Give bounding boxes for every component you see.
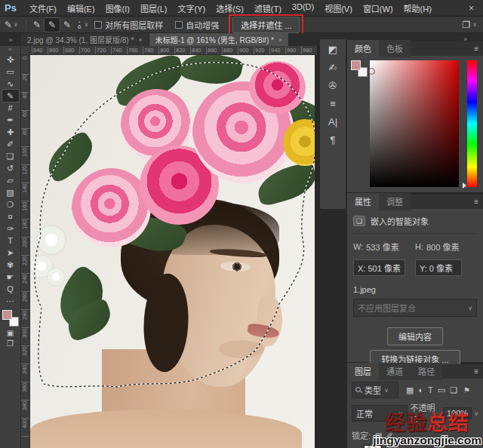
mini-color-swatches[interactable] — [351, 60, 368, 77]
x-position-field[interactable]: X: 501 像素 — [353, 259, 405, 276]
adjustments-panel-icon[interactable]: ≡ — [330, 98, 336, 109]
hue-slider[interactable] — [467, 60, 477, 187]
horizontal-ruler: 6406606807007207407607808008208408608809… — [21, 46, 317, 55]
photoshop-window: Ps 文件(F)编辑(E)图像(I)图层(L)文字(Y)选择(S)滤镜(T)3D… — [0, 0, 483, 448]
tool-preset-dropdown[interactable]: ✎ ∨ — [0, 20, 23, 29]
add-to-selection-button[interactable]: ✎ — [45, 18, 60, 32]
history-brush-tool-icon[interactable]: ↺ — [2, 162, 19, 174]
move-tool-icon[interactable]: ✜ — [2, 54, 19, 66]
tab-properties[interactable]: 属性 — [347, 193, 379, 210]
panel-menu-icon[interactable]: ≡ — [474, 367, 483, 376]
select-and-mask-button[interactable]: 选择并遮住 ... — [232, 17, 300, 33]
quick-selection-tool-icon[interactable]: ✎ — [2, 90, 19, 102]
workspace-icon: ❐ — [462, 20, 470, 29]
foreground-color-swatch[interactable] — [2, 310, 12, 320]
panel-icon-strip: ◩✍✇≡A|¶ — [320, 39, 346, 209]
color-picker-marker[interactable] — [368, 68, 375, 75]
chevron-down-icon: ∨ — [468, 305, 472, 311]
chevron-down-icon: ∨ — [14, 21, 18, 28]
options-bar: ✎ ∨ ✎ ✎ ✎ • 6 ∨ 对所有图层取样 自动增强 选择并遮住 ... ❐… — [0, 17, 483, 33]
clone-source-panel-icon[interactable]: ✇ — [329, 80, 337, 91]
menu-bar: Ps 文件(F)编辑(E)图像(I)图层(L)文字(Y)选择(S)滤镜(T)3D… — [0, 0, 483, 17]
eyedropper-tool-icon[interactable]: ✒ — [2, 114, 19, 126]
workspace-switcher[interactable]: ❐ ∨ — [462, 20, 483, 29]
type-tool-icon[interactable]: T — [2, 235, 19, 247]
color-swatches[interactable] — [2, 310, 19, 327]
tab-layers[interactable]: 图层 — [347, 363, 379, 380]
marquee-tool-icon[interactable]: ▭ — [2, 66, 19, 78]
eraser-tool-icon[interactable]: ▱ — [2, 174, 19, 186]
close-tab-icon[interactable]: × — [138, 36, 142, 44]
histogram-panel-icon[interactable]: ◩ — [328, 44, 337, 55]
divider — [26, 19, 26, 31]
new-selection-button[interactable]: ✎ — [29, 18, 45, 32]
panel-menu-icon[interactable]: ≡ — [474, 44, 483, 53]
layer-filter-type-select[interactable]: 类型 ∨ — [352, 382, 398, 398]
brush-tool-icon[interactable]: ✐ — [2, 138, 19, 150]
chevron-down-icon[interactable]: ∨ — [84, 21, 88, 28]
notes-panel-icon[interactable]: ✍ — [329, 62, 337, 73]
menu-items: 文件(F)编辑(E)图像(I)图层(L)文字(Y)选择(S)滤镜(T)3D(D)… — [24, 0, 437, 17]
adjustment-filter-icon[interactable]: ◐ — [418, 385, 423, 395]
tab-swatches[interactable]: 色板 — [379, 40, 411, 57]
quick-selection-preset-icon: ✎ — [5, 20, 12, 29]
healing-brush-tool-icon[interactable]: ✚ — [2, 126, 19, 138]
gradient-tool-icon[interactable]: ▨ — [2, 186, 19, 198]
auto-enhance-checkbox[interactable]: 自动增强 — [175, 19, 219, 31]
crop-tool-icon[interactable]: # — [2, 102, 19, 114]
tab-channels[interactable]: 通道 — [379, 363, 411, 380]
hand-tool-icon[interactable]: ☛ — [2, 271, 19, 283]
ruler-corner — [21, 46, 30, 55]
checkbox-icon — [175, 21, 183, 29]
blur-tool-icon[interactable]: ❍ — [2, 198, 19, 210]
foreground-color-swatch[interactable] — [351, 60, 361, 70]
brush-size-picker[interactable]: • 6 — [75, 20, 84, 30]
sample-all-layers-checkbox[interactable]: 对所有图层取样 — [94, 19, 163, 31]
pixel-filter-icon[interactable]: ▦ — [406, 385, 414, 395]
toolbar-collapse-icon[interactable]: » — [0, 36, 21, 44]
chevron-down-icon: ∨ — [384, 387, 389, 394]
canvas[interactable] — [30, 55, 315, 448]
chevron-down-icon: ∨ — [472, 21, 477, 28]
character-panel-icon[interactable]: A| — [328, 116, 337, 127]
height-value: 800 像素 — [426, 241, 459, 253]
quick-mask-button[interactable]: ▣ — [7, 329, 14, 337]
selection-marching-ants — [30, 55, 315, 448]
filter-pin-icon[interactable]: ⚑ — [463, 386, 470, 394]
tab-color[interactable]: 颜色 — [347, 40, 379, 57]
smart-object-icon: ❏ — [353, 216, 365, 226]
tab-adjustments[interactable]: 调整 — [379, 193, 411, 210]
more-tools-icon[interactable]: ⋯ — [2, 295, 19, 307]
screen-mode-button[interactable]: ❐ — [7, 339, 14, 348]
dodge-tool-icon[interactable]: ¤ — [2, 210, 19, 222]
color-panel: 颜色 色板 ≡ — [347, 41, 483, 192]
photoshop-logo: Ps — [0, 2, 24, 14]
layer-filter-icons: ▦◐T▭❏ — [406, 385, 457, 395]
zoom-tool-icon[interactable]: Q — [2, 283, 19, 295]
type-filter-icon[interactable]: T — [428, 385, 433, 395]
layer-comp-select[interactable]: 不应用图层复合 ∨ — [353, 299, 477, 317]
clone-stamp-tool-icon[interactable]: ❏ — [2, 150, 19, 162]
tools-panel: » ✜▭∿✎#✒✚✐❏↺▱▨❍¤✑T➤✾☛Q⋯ ▣ ❐ — [0, 46, 21, 448]
tools-collapse-icon[interactable]: » — [8, 46, 11, 54]
document-tab-untitled1[interactable]: 未标题-1 @ 161% (男生, RGB/8#) * × — [149, 33, 290, 46]
shape-filter-icon[interactable]: ▭ — [438, 385, 445, 395]
custom-shape-tool-icon[interactable]: ✾ — [2, 259, 19, 271]
document-tab-2jpg[interactable]: 2.jpg @ 34.3% (1, 图层蒙版/8) * × — [21, 33, 149, 46]
saturation-brightness-field[interactable] — [370, 60, 459, 187]
close-window-icon[interactable]: × — [460, 3, 483, 14]
close-tab-icon[interactable]: × — [278, 36, 282, 44]
subtract-from-selection-button[interactable]: ✎ — [60, 18, 75, 32]
tab-paths[interactable]: 路径 — [411, 363, 442, 380]
hue-slider-arrow-icon[interactable] — [463, 183, 466, 189]
panel-menu-icon[interactable]: ≡ — [474, 198, 483, 206]
smart-object-filter-icon[interactable]: ❏ — [450, 385, 457, 395]
smart-object-filename: 1.jpeg — [353, 285, 477, 294]
edit-content-button[interactable]: 编辑内容 — [387, 327, 443, 345]
paragraph-panel-icon[interactable]: ¶ — [331, 134, 336, 146]
pen-tool-icon[interactable]: ✑ — [2, 222, 19, 235]
lasso-tool-icon[interactable]: ∿ — [2, 78, 19, 90]
smart-object-header: 嵌入的智能对象 — [371, 215, 429, 227]
path-selection-tool-icon[interactable]: ➤ — [2, 247, 19, 259]
y-position-field[interactable]: Y: 0 像素 — [415, 259, 462, 276]
